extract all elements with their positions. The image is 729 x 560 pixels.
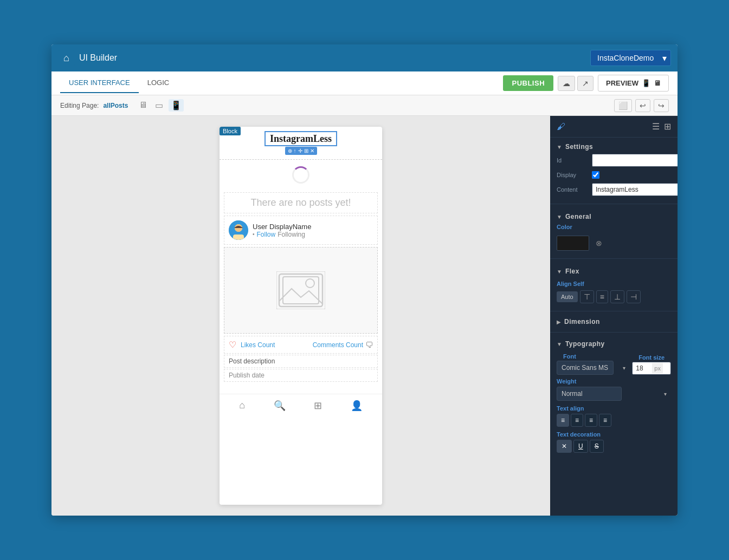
square-icon-btn[interactable]: ⬜ bbox=[614, 99, 632, 112]
deco-strikethrough-btn[interactable]: S bbox=[590, 440, 604, 453]
font-select[interactable]: Comic Sans MS Arial Helvetica Georgia bbox=[557, 361, 614, 375]
panel-grid-icon[interactable]: ⊞ bbox=[664, 121, 671, 132]
ctrl-copy-icon[interactable]: ⊞ bbox=[304, 148, 308, 154]
text-deco-row: Text decoration ✕ U S bbox=[550, 429, 678, 455]
comments-count[interactable]: Comments Count bbox=[313, 341, 363, 349]
deco-underline-btn[interactable]: U bbox=[573, 440, 588, 453]
display-field-row: Display bbox=[550, 171, 678, 179]
flex-title: Flex bbox=[565, 268, 579, 275]
weight-select[interactable]: Normal Bold Light 400 700 bbox=[557, 387, 622, 401]
dimension-title: Dimension bbox=[564, 318, 600, 325]
typography-chevron: ▼ bbox=[557, 341, 562, 347]
align-middle-btn[interactable]: ≡ bbox=[596, 290, 608, 303]
page-name: allPosts bbox=[103, 102, 128, 109]
publish-button[interactable]: PUBLISH bbox=[503, 75, 553, 91]
app-selector[interactable]: InstaCloneDemo bbox=[590, 50, 671, 66]
home-nav-icon[interactable]: ⌂ bbox=[239, 400, 245, 412]
color-clear-icon[interactable]: ⊗ bbox=[596, 239, 602, 248]
ctrl-up-icon[interactable]: ↑ bbox=[294, 148, 296, 154]
follow-area: • Follow Following bbox=[253, 231, 373, 238]
ctrl-delete-icon[interactable]: ✕ bbox=[310, 148, 314, 154]
align-top-btn[interactable]: ⊤ bbox=[580, 290, 594, 303]
typography-section-header[interactable]: ▼ Typography bbox=[550, 336, 678, 351]
profile-nav-icon[interactable]: 👤 bbox=[351, 400, 363, 412]
svg-rect-4 bbox=[279, 274, 322, 307]
main-window: ⌂ UI Builder InstaCloneDemo USER INTERFA… bbox=[51, 44, 678, 516]
text-align-right-btn[interactable]: ≡ bbox=[585, 414, 597, 427]
flex-section-header[interactable]: ▼ Flex bbox=[550, 262, 678, 278]
font-size-input[interactable] bbox=[633, 362, 652, 374]
publish-date: Publish date bbox=[224, 369, 378, 382]
post-description: Post description bbox=[224, 355, 378, 368]
tablet-icon[interactable]: ▭ bbox=[153, 99, 165, 112]
font-field-wrap: Font Comic Sans MS Arial Helvetica Georg… bbox=[557, 352, 629, 375]
font-size-unit: px bbox=[652, 363, 663, 374]
avatar-svg bbox=[229, 220, 248, 240]
editing-bar: Editing Page: allPosts 🖥 ▭ 📱 ⬜ ↩ ↪ bbox=[51, 95, 678, 116]
align-self-row: Auto ⊤ ≡ ⊥ ⊣ bbox=[550, 288, 678, 308]
follow-dot: • bbox=[253, 231, 255, 237]
display-checkbox[interactable] bbox=[592, 171, 599, 179]
tab-logic[interactable]: LOGIC bbox=[139, 73, 178, 93]
settings-chevron: ▼ bbox=[557, 144, 562, 150]
ctrl-drag-icon[interactable]: ✛ bbox=[298, 148, 302, 154]
likes-count[interactable]: Likes Count bbox=[241, 341, 275, 349]
typography-title: Typography bbox=[565, 340, 605, 348]
redo-icon-btn[interactable]: ↪ bbox=[654, 99, 669, 112]
app-title-element[interactable]: InstagramLess bbox=[264, 131, 337, 146]
divider-3 bbox=[550, 311, 678, 311]
display-label: Display bbox=[557, 172, 592, 178]
color-swatch[interactable] bbox=[557, 236, 589, 251]
block-label: Block bbox=[220, 127, 241, 135]
app-selector-wrap: InstaCloneDemo bbox=[590, 50, 671, 66]
spinner-area bbox=[220, 160, 382, 190]
panel-top-icons: 🖌 ☰ ⊞ bbox=[550, 116, 678, 138]
right-panel: 🖌 ☰ ⊞ ▼ Settings Id Display Content bbox=[550, 116, 678, 516]
id-input[interactable] bbox=[592, 154, 678, 167]
dimension-section-header[interactable]: ▶ Dimension bbox=[550, 315, 678, 329]
svg-point-6 bbox=[306, 279, 314, 288]
font-label: Font bbox=[557, 352, 629, 361]
divider-4 bbox=[550, 332, 678, 333]
mobile-icon[interactable]: 📱 bbox=[169, 99, 184, 112]
post-image-area bbox=[224, 247, 378, 334]
general-section-header[interactable]: ▼ General bbox=[550, 207, 678, 224]
divider-2 bbox=[550, 258, 678, 259]
desktop-icon[interactable]: 🖥 bbox=[137, 99, 150, 112]
text-align-center-btn[interactable]: ≡ bbox=[571, 414, 583, 427]
external-link-icon-btn[interactable]: ↗ bbox=[577, 76, 593, 91]
loading-spinner bbox=[292, 166, 309, 184]
home-button[interactable]: ⌂ bbox=[58, 50, 75, 66]
canvas-area[interactable]: Block InstagramLess ⊕ ↑ ✛ ⊞ ✕ bbox=[51, 116, 550, 516]
text-align-justify-btn[interactable]: ≡ bbox=[599, 414, 611, 427]
preview-button[interactable]: PREVIEW 📱 🖥 bbox=[598, 75, 669, 92]
align-bottom-btn[interactable]: ⊣ bbox=[627, 290, 641, 303]
settings-section-header[interactable]: ▼ Settings bbox=[550, 138, 678, 154]
brush-icon[interactable]: 🖌 bbox=[557, 122, 565, 132]
settings-title: Settings bbox=[565, 143, 593, 151]
follow-button[interactable]: Follow bbox=[257, 231, 276, 238]
tab-ui[interactable]: USER INTERFACE bbox=[60, 73, 139, 93]
search-nav-icon[interactable]: 🔍 bbox=[274, 400, 286, 412]
bottom-nav: ⌂ 🔍 ⊞ 👤 bbox=[220, 394, 382, 417]
text-align-buttons: ≡ ≡ ≡ ≡ bbox=[557, 414, 671, 427]
deco-none-btn[interactable]: ✕ bbox=[557, 440, 572, 453]
no-posts-text: There are no posts yet! bbox=[224, 192, 378, 213]
like-button[interactable]: ♡ bbox=[229, 340, 236, 350]
top-bar: ⌂ UI Builder InstaCloneDemo bbox=[51, 44, 678, 71]
mobile-preview-icon: 📱 bbox=[642, 79, 650, 87]
following-button[interactable]: Following bbox=[278, 231, 305, 238]
panel-menu-icon[interactable]: ☰ bbox=[652, 121, 660, 132]
upload-icon-btn[interactable]: ☁ bbox=[558, 76, 575, 91]
add-nav-icon[interactable]: ⊞ bbox=[314, 400, 322, 412]
app-title: UI Builder bbox=[79, 53, 590, 63]
user-info: User DisplayName • Follow Following bbox=[253, 223, 373, 238]
content-input[interactable] bbox=[592, 183, 678, 196]
text-align-left-btn[interactable]: ≡ bbox=[557, 414, 569, 427]
text-deco-buttons: ✕ U S bbox=[557, 440, 671, 453]
align-auto-btn[interactable]: Auto bbox=[557, 291, 578, 302]
content-label: Content bbox=[557, 186, 592, 193]
ctrl-move-icon[interactable]: ⊕ bbox=[288, 148, 292, 154]
align-stretch-btn[interactable]: ⊥ bbox=[610, 290, 624, 303]
undo-icon-btn[interactable]: ↩ bbox=[635, 99, 650, 112]
